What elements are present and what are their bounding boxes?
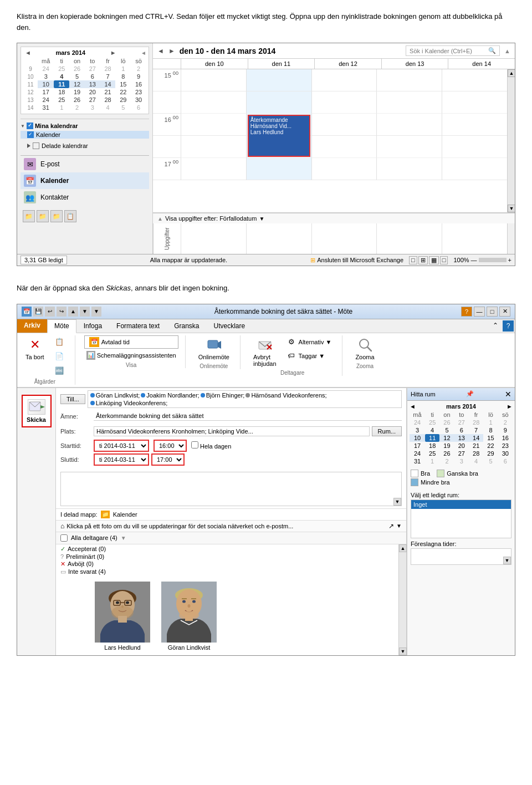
- kalender-item[interactable]: Kalender: [21, 131, 149, 139]
- cal-collapse-btn[interactable]: ▲: [504, 48, 510, 54]
- starttid-time-select[interactable]: 16:00: [154, 440, 187, 452]
- social-expand-icon[interactable]: ↗: [388, 522, 394, 530]
- copy-btn[interactable]: 📋: [50, 335, 68, 349]
- taggar-icon: 🏷: [287, 351, 296, 361]
- undo-icon[interactable]: ↩: [45, 307, 55, 317]
- attendee-goran[interactable]: Göran Lindkvist: [161, 582, 217, 651]
- foreslagna-scroll-down[interactable]: ▼: [503, 557, 511, 564]
- scroll-up[interactable]: ▲: [508, 69, 515, 77]
- view-icon-3[interactable]: ▦: [429, 256, 439, 264]
- till-button[interactable]: Till...: [60, 394, 85, 404]
- tab-mote[interactable]: Möte: [47, 319, 76, 333]
- my-calendars-checkbox[interactable]: [27, 123, 33, 129]
- win-close[interactable]: ✕: [499, 307, 510, 317]
- zooma-btn[interactable]: Zooma: [351, 335, 378, 362]
- body-text-area[interactable]: [61, 472, 401, 498]
- nav-epost[interactable]: ✉ E-post: [21, 156, 149, 172]
- ta-bort-btn[interactable]: ✕ Ta bort: [22, 335, 48, 378]
- delade-item[interactable]: Delade kalendrar: [21, 142, 149, 150]
- hitta-close-btn[interactable]: ✕: [505, 390, 511, 399]
- zoom-minus[interactable]: —: [471, 257, 477, 263]
- tab-granska[interactable]: Granska: [167, 319, 206, 333]
- att-scroll-up[interactable]: ▲: [399, 544, 407, 552]
- view-icon-1[interactable]: □: [409, 256, 417, 264]
- calendar-search[interactable]: 🔍: [406, 45, 500, 56]
- help-btn[interactable]: ?: [503, 320, 514, 332]
- rum-button[interactable]: Rum...: [372, 426, 402, 436]
- nav-kalender[interactable]: 📅 Kalender: [21, 172, 149, 189]
- paste-btn[interactable]: 📄: [50, 350, 68, 363]
- skicka-button[interactable]: Skicka: [22, 395, 52, 427]
- delade-checkbox[interactable]: [33, 142, 39, 149]
- recipients-field[interactable]: Göran Lindkvist; Joakim Nordlander; Björ…: [88, 390, 402, 408]
- cal-prev-btn[interactable]: ◄: [157, 47, 164, 55]
- delade-expand[interactable]: [27, 144, 30, 148]
- body-scroll-btn[interactable]: ▼: [393, 498, 401, 506]
- social-dropdown-icon[interactable]: ▼: [396, 523, 402, 529]
- hela-dagen-checkbox[interactable]: [191, 441, 198, 448]
- body-area[interactable]: ▼: [60, 472, 402, 506]
- attendee-lars[interactable]: Lars Hedlund: [95, 582, 150, 651]
- tasks-expand[interactable]: ▲: [157, 216, 163, 222]
- taggar-btn[interactable]: 🏷 Taggar ▼: [283, 349, 336, 363]
- avbryt-inbjudan-btn[interactable]: Avbrytinbjudan: [249, 335, 280, 369]
- att-scroll-down[interactable]: ▼: [399, 648, 407, 655]
- event-subtitle1: Härnösand Vid...: [250, 123, 308, 129]
- tab-arkiv[interactable]: Arkiv: [17, 319, 47, 333]
- format-btn[interactable]: 🔤: [50, 364, 68, 378]
- rum-inget[interactable]: Inget: [411, 500, 511, 509]
- sluttid-time-select[interactable]: 17:00: [151, 453, 185, 466]
- tasks-dropdown[interactable]: ▼: [259, 216, 264, 222]
- amne-field[interactable]: [94, 411, 402, 421]
- plats-field[interactable]: Härnösand Videokonferens Kronholmen; Lin…: [94, 426, 370, 436]
- shared-folder-icon: 📁: [101, 511, 110, 518]
- attendees-select-all[interactable]: [60, 534, 68, 542]
- save-icon[interactable]: 💾: [33, 307, 43, 317]
- zoom-slider[interactable]: [479, 258, 507, 262]
- tab-utvecklare[interactable]: Utvecklare: [206, 319, 252, 333]
- alternativ-btn[interactable]: ⚙ Alternativ ▼: [283, 335, 336, 349]
- win-help[interactable]: ?: [461, 307, 472, 317]
- onlinemote-btn[interactable]: Onlinemöte: [195, 335, 233, 362]
- attendees-scrollbar[interactable]: ▲ ▼: [398, 544, 406, 655]
- win-maximize[interactable]: □: [487, 307, 498, 317]
- customize-icon[interactable]: ▼: [91, 307, 101, 317]
- down-icon[interactable]: ▼: [80, 307, 90, 317]
- redo-icon[interactable]: ↪: [57, 307, 66, 317]
- view-icon-4[interactable]: □: [440, 256, 448, 264]
- avtalad-tid-btn[interactable]: 📅 Avtalad tid: [84, 335, 178, 349]
- tab-formatera[interactable]: Formatera text: [109, 319, 167, 333]
- zoom-plus[interactable]: +: [508, 257, 511, 263]
- up-icon[interactable]: ▲: [68, 307, 78, 317]
- tasks-scrollbar[interactable]: [507, 223, 515, 254]
- calendar-search-input[interactable]: [410, 48, 487, 54]
- ribbon-collapse[interactable]: ⌃: [489, 319, 502, 333]
- hitta-cal-next[interactable]: ►: [507, 403, 513, 410]
- calendar-event[interactable]: Återkommande Härnösand Vid... Lars Hedlu…: [248, 115, 310, 157]
- sidebar-icon-2[interactable]: 📁: [37, 210, 49, 222]
- nav-kontakter[interactable]: 👥 Kontakter: [21, 189, 149, 206]
- tasks-section: ▲ Visa uppgifter efter: Förfallodatum ▼ …: [153, 212, 515, 254]
- cal-scrollbar[interactable]: ▲ ▼: [507, 69, 515, 212]
- hitta-pin-icon[interactable]: 📌: [466, 390, 474, 397]
- sidebar-icon-4[interactable]: 📋: [64, 210, 76, 222]
- cal-next-btn[interactable]: ►: [168, 47, 175, 55]
- sidebar-icon-1[interactable]: 📁: [23, 210, 35, 222]
- mini-cal-prev[interactable]: ◄: [23, 49, 33, 56]
- schemalag-btn[interactable]: 📊 Schemaläggningsassistenten: [84, 350, 178, 361]
- mini-cal-collapse[interactable]: ◄: [141, 50, 146, 56]
- win-minimize[interactable]: —: [474, 307, 485, 317]
- kalender-checkbox[interactable]: [27, 131, 34, 138]
- calendar-main: ◄ ► den 10 - den 14 mars 2014 🔍 ▲ den 10…: [153, 43, 515, 254]
- view-icon-2[interactable]: ⊞: [418, 256, 428, 264]
- ribbon-group-atgarder: ✕ Ta bort 📋 📄 🔤: [22, 335, 75, 385]
- hitta-cal-prev[interactable]: ◄: [410, 403, 416, 410]
- recipient-dot-4: [245, 393, 250, 397]
- starttid-date-select[interactable]: ti 2014-03-11: [94, 440, 149, 452]
- rum-select[interactable]: Inget: [411, 499, 511, 538]
- sluttid-date-select[interactable]: ti 2014-03-11: [94, 453, 149, 466]
- tab-infoga[interactable]: Infoga: [76, 319, 109, 333]
- sidebar-icon-3[interactable]: 📁: [50, 210, 63, 222]
- scroll-down[interactable]: ▼: [508, 205, 515, 212]
- mini-cal-next[interactable]: ►: [109, 49, 118, 56]
